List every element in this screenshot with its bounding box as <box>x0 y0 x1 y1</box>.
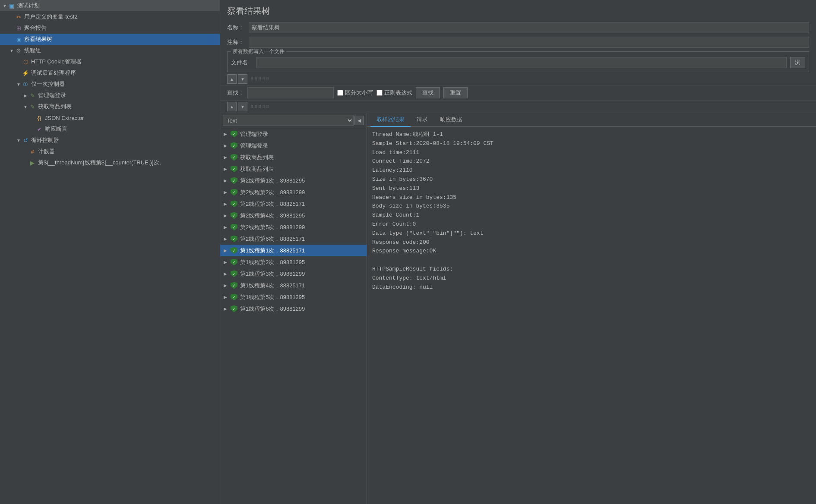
regex-checkbox[interactable] <box>376 90 383 96</box>
tab-sampler-result[interactable]: 取样器结果 <box>370 113 411 127</box>
result-item-label: 管理端登录 <box>240 130 268 138</box>
result-item[interactable]: ▶✓第1线程第2次，89881295 <box>220 256 367 268</box>
tree-item-view-result[interactable]: ◉察看结果树 <box>0 34 220 45</box>
result-item[interactable]: ▶✓第2线程第4次，89881295 <box>220 210 367 221</box>
tab-request[interactable]: 请求 <box>411 113 434 127</box>
result-item[interactable]: ▶✓第2线程第3次，88825171 <box>220 198 367 210</box>
comment-label: 注释： <box>227 38 249 46</box>
tree-item-label: 获取商品列表 <box>38 103 72 110</box>
tree-item-user-var[interactable]: ✂用户定义的变量-test2 <box>0 11 220 22</box>
tree-arrow <box>9 37 15 42</box>
result-item-arrow: ▶ <box>224 295 228 299</box>
result-item[interactable]: ▶✓第2线程第2次，89881299 <box>220 186 367 198</box>
reset-button[interactable]: 重置 <box>443 87 468 98</box>
loop-icon: ↺ <box>22 136 29 144</box>
result-item-label: 第1线程第3次，89881299 <box>240 270 305 278</box>
tree-item-once-ctrl[interactable]: ▼①仅一次控制器 <box>0 79 220 90</box>
shield-icon: ✓ <box>231 189 237 196</box>
tree-arrow: ▶ <box>22 93 28 98</box>
result-item[interactable]: ▶✓第1线程第4次，88825171 <box>220 280 367 291</box>
result-item-arrow: ▶ <box>224 213 228 218</box>
tree-item-label: JSON Extractor <box>45 115 84 121</box>
scroll-right-btn[interactable]: ◀ <box>354 116 364 125</box>
browse-button[interactable]: 浏 <box>790 57 805 68</box>
detail-panel: 取样器结果请求响应数据 Thread Name:线程组 1-1 Sample S… <box>367 113 816 504</box>
tree-arrow <box>9 26 15 31</box>
result-item-arrow: ▶ <box>224 178 228 183</box>
tree-item-merge-report[interactable]: ⊞聚合报告 <box>0 22 220 34</box>
result-item-label: 第1线程第2次，89881295 <box>240 258 305 266</box>
tab-response-data[interactable]: 响应数据 <box>434 113 468 127</box>
tree-arrow: ▼ <box>16 82 22 87</box>
result-item[interactable]: ▶✓第2线程第1次，89881295 <box>220 175 367 186</box>
up-arrow-btn-2[interactable]: ▲ <box>227 102 237 111</box>
result-item-label: 第2线程第6次，88825171 <box>240 235 305 243</box>
result-item-arrow: ▶ <box>224 167 228 171</box>
tree-arrow: ▼ <box>22 104 28 109</box>
result-item-label: 第1线程第6次，89881299 <box>240 305 305 313</box>
shield-icon: ✓ <box>231 306 237 312</box>
tree-item-cookie-mgr[interactable]: ⬡HTTP Cookie管理器 <box>0 56 220 67</box>
gear-icon: ⚙ <box>15 47 22 54</box>
up-arrow-btn[interactable]: ▲ <box>227 74 237 84</box>
tree-item-thread-group[interactable]: ▼⚙线程组 <box>0 45 220 56</box>
tree-item-plan[interactable]: ▼▣测试计划 <box>0 0 220 11</box>
result-item-arrow: ▶ <box>224 143 228 148</box>
tree-item-thread-sampler[interactable]: ▶第${__threadNum}线程第${__counter(TRUE,)}次, <box>0 157 220 168</box>
result-item-label: 第1线程第5次，89881295 <box>240 293 305 301</box>
result-item-label: 第1线程第4次，88825171 <box>240 282 305 290</box>
tree-item-label: 察看结果树 <box>24 35 52 43</box>
result-item[interactable]: ▶✓第1线程第3次，89881299 <box>220 268 367 280</box>
result-item[interactable]: ▶✓管理端登录 <box>220 140 367 151</box>
shield-icon: ✓ <box>231 224 237 231</box>
result-item-arrow: ▶ <box>224 271 228 276</box>
result-item[interactable]: ▶✓第1线程第6次，89881299 <box>220 303 367 315</box>
dropdown-row: TextHTMLJSONXMLRegExp TesterCSS/JQuery T… <box>220 113 367 128</box>
name-input[interactable] <box>249 22 809 33</box>
file-input[interactable] <box>256 57 787 68</box>
result-item[interactable]: ▶✓第2线程第5次，89881299 <box>220 221 367 233</box>
result-item[interactable]: ▶✓第1线程第1次，88825171 <box>220 245 367 256</box>
tree-item-json-extract[interactable]: {}JSON Extractor <box>0 112 220 123</box>
shield-icon: ✓ <box>231 166 237 173</box>
result-item[interactable]: ▶✓第1线程第5次，89881295 <box>220 291 367 303</box>
panel-title: 察看结果树 <box>220 0 816 20</box>
type-select[interactable]: TextHTMLJSONXMLRegExp TesterCSS/JQuery T… <box>223 115 354 126</box>
tree-item-get-list[interactable]: ▼✎获取商品列表 <box>0 101 220 112</box>
tree-view: ▼▣测试计划 ✂用户定义的变量-test2 ⊞聚合报告 ◉察看结果树▼⚙线程组 … <box>0 0 220 504</box>
cookie-icon: ⬡ <box>22 58 29 66</box>
tree-item-admin-login[interactable]: ▶✎管理端登录 <box>0 90 220 101</box>
result-item[interactable]: ▶✓管理端登录 <box>220 128 367 140</box>
tree-arrow <box>16 60 22 64</box>
tree-item-loop-ctrl[interactable]: ▼↺循环控制器 <box>0 135 220 146</box>
tree-item-counter[interactable]: #计数器 <box>0 146 220 157</box>
once-icon: ① <box>22 80 29 88</box>
regex-label: 正则表达式 <box>384 89 412 97</box>
down-arrow-btn[interactable]: ▼ <box>238 74 247 84</box>
find-button[interactable]: 查找 <box>416 87 440 98</box>
tree-item-label: 响应断言 <box>45 125 67 133</box>
json-icon: {} <box>35 114 43 122</box>
result-item[interactable]: ▶✓获取商品列表 <box>220 151 367 163</box>
tree-item-assert[interactable]: ✔响应断言 <box>0 123 220 135</box>
arrows-row-2: ▲ ▼ ⠿⠿⠿⠿⠿ <box>220 101 816 113</box>
result-item[interactable]: ▶✓第2线程第6次，88825171 <box>220 233 367 245</box>
result-item-label: 第2线程第1次，89881295 <box>240 177 305 185</box>
case-sensitive-checkbox[interactable] <box>337 90 343 96</box>
search-input[interactable] <box>247 87 334 98</box>
result-item[interactable]: ▶✓获取商品列表 <box>220 163 367 175</box>
tree-item-label: 用户定义的变量-test2 <box>24 13 78 21</box>
result-item-arrow: ▶ <box>224 306 228 311</box>
tabs-row: 取样器结果请求响应数据 <box>367 113 816 127</box>
shield-icon: ✓ <box>231 247 237 254</box>
down-arrow-btn-2[interactable]: ▼ <box>238 102 247 111</box>
result-item-arrow: ▶ <box>224 190 228 195</box>
result-item-arrow: ▶ <box>224 248 228 253</box>
tree-item-label: 计数器 <box>38 148 55 155</box>
assert-icon: ✔ <box>35 125 43 133</box>
search-row: 查找： 区分大小写 正则表达式 查找 重置 <box>220 85 816 101</box>
comment-input[interactable] <box>249 37 809 48</box>
tree-arrow <box>9 15 15 19</box>
tree-item-post-proc[interactable]: ⚡调试后置处理程序 <box>0 67 220 79</box>
result-item-arrow: ▶ <box>224 155 228 160</box>
